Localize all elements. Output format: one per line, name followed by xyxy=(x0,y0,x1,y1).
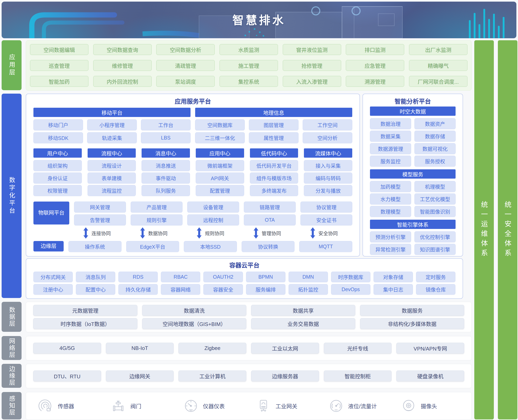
capability-button[interactable]: 机理模型 xyxy=(414,181,456,192)
app-button[interactable]: 空间数据编辑 xyxy=(30,44,88,55)
app-button[interactable]: 出厂水监测 xyxy=(409,44,467,55)
capability-button[interactable]: 智能图像识别 xyxy=(414,206,456,217)
capability-button[interactable]: DevOps xyxy=(331,284,370,295)
capability-button[interactable]: 集中日志 xyxy=(374,284,413,295)
data-button[interactable]: 元数据管理 xyxy=(33,305,137,316)
capability-button[interactable]: 数据采集 xyxy=(370,131,411,142)
capability-button[interactable]: 预测分析引擎 xyxy=(370,231,411,242)
capability-button[interactable]: 服务编排 xyxy=(246,284,285,295)
app-button[interactable]: 水质监测 xyxy=(219,44,278,55)
capability-button[interactable]: 配置管理 xyxy=(196,185,244,196)
capability-button[interactable]: 数据资产 xyxy=(414,118,456,129)
capability-button[interactable]: 分布式网关 xyxy=(33,272,73,282)
capability-button[interactable]: 权限管理 xyxy=(33,185,82,196)
capability-button[interactable]: 容器安全 xyxy=(203,284,243,295)
app-button[interactable]: 溯源管理 xyxy=(346,76,404,87)
capability-button[interactable]: 安全证书 xyxy=(300,214,352,225)
capability-button[interactable]: 工作空间 xyxy=(303,120,352,130)
app-button[interactable]: 泵站调度 xyxy=(156,76,215,87)
capability-button[interactable]: 知识图谱引擎 xyxy=(414,244,456,255)
network-button[interactable]: Zigbee xyxy=(179,343,246,353)
capability-button[interactable]: BPMN xyxy=(246,272,285,282)
data-button[interactable]: 数据清洗 xyxy=(142,305,246,316)
app-button[interactable]: 空间数据分析 xyxy=(156,44,215,55)
capability-button[interactable]: 对象存储 xyxy=(374,272,413,282)
app-button[interactable]: 抢修管理 xyxy=(283,60,341,71)
capability-button[interactable]: 加药模型 xyxy=(370,181,411,192)
capability-button[interactable]: 二三维一体化 xyxy=(195,132,245,143)
capability-button[interactable]: 时序数据库 xyxy=(331,272,370,282)
capability-button[interactable]: 流程监控 xyxy=(88,185,136,196)
data-button[interactable]: 数据服务 xyxy=(360,305,464,316)
capability-button[interactable]: EdgeX平台 xyxy=(126,241,179,252)
capability-button[interactable]: 队列服务 xyxy=(142,185,190,196)
capability-button[interactable]: 注册中心 xyxy=(33,284,73,295)
edge-device-button[interactable]: DTU、RTU xyxy=(33,370,101,381)
capability-button[interactable]: 容器网络 xyxy=(161,284,200,295)
capability-button[interactable]: 事件驱动 xyxy=(142,172,190,183)
capability-button[interactable]: 流程设计 xyxy=(88,160,136,171)
capability-button[interactable]: 图层管理 xyxy=(249,120,299,130)
capability-button[interactable]: 编码与转码 xyxy=(304,172,352,183)
capability-button[interactable]: 规则引擎 xyxy=(131,214,182,225)
data-button[interactable]: 非结构化/多媒体数据 xyxy=(360,318,464,329)
capability-button[interactable]: 数据治理 xyxy=(370,118,411,129)
capability-button[interactable]: 服务监控 xyxy=(370,156,411,166)
edge-device-button[interactable]: 工业计算机 xyxy=(179,370,246,381)
capability-button[interactable]: 镜像仓库 xyxy=(416,284,455,295)
capability-button[interactable]: 空间分析 xyxy=(303,132,352,143)
capability-button[interactable]: 产品管理 xyxy=(131,202,182,212)
data-button[interactable]: 空间地理数据（GIS+BIM） xyxy=(142,318,246,329)
capability-button[interactable]: LBS xyxy=(141,132,190,143)
capability-button[interactable]: 表单建模 xyxy=(88,172,136,183)
capability-button[interactable]: 服务授权 xyxy=(414,156,456,166)
capability-button[interactable]: 多终端发布 xyxy=(250,185,298,196)
capability-button[interactable]: 工作台 xyxy=(141,120,190,130)
capability-button[interactable]: 低代码开发平台 xyxy=(250,160,298,171)
capability-button[interactable]: 空间数据库 xyxy=(195,120,245,130)
capability-button[interactable]: 消息推送 xyxy=(142,160,190,171)
app-button[interactable]: 厂网河联合调度... xyxy=(409,76,467,87)
app-button[interactable]: 集控系统 xyxy=(219,76,278,87)
capability-button[interactable]: 本地SSD xyxy=(184,241,237,252)
capability-button[interactable]: 接入与采集 xyxy=(304,160,352,171)
capability-button[interactable]: 配置中心 xyxy=(76,284,115,295)
capability-button[interactable]: RBAC xyxy=(161,272,200,282)
capability-button[interactable]: API网关 xyxy=(196,172,244,183)
capability-button[interactable]: 设备管理 xyxy=(187,202,239,212)
app-button[interactable]: 精确曝气 xyxy=(409,60,467,71)
capability-button[interactable]: 消息队列 xyxy=(76,272,115,282)
capability-button[interactable]: 持久化存储 xyxy=(118,284,158,295)
app-button[interactable]: 排口监测 xyxy=(346,44,404,55)
network-button[interactable]: 光纤专线 xyxy=(324,343,392,353)
network-button[interactable]: VPN/APN专网 xyxy=(396,343,464,353)
capability-button[interactable]: 远程控制 xyxy=(187,214,239,225)
capability-button[interactable]: 告警管理 xyxy=(74,214,126,225)
app-button[interactable]: 智能加药 xyxy=(30,76,88,87)
capability-button[interactable]: 小程序管理 xyxy=(87,120,137,130)
capability-button[interactable]: 数理模型 xyxy=(370,206,411,217)
app-button[interactable]: 内外回流控制 xyxy=(93,76,152,87)
capability-button[interactable]: 工艺优化模型 xyxy=(414,194,456,204)
capability-button[interactable]: DMN xyxy=(289,272,328,282)
capability-button[interactable]: 网关管理 xyxy=(74,202,126,212)
edge-device-button[interactable]: 边缘服务器 xyxy=(251,370,319,381)
app-button[interactable]: 入流入渗管理 xyxy=(283,76,341,87)
capability-button[interactable]: 异常检测引擎 xyxy=(370,244,411,255)
app-button[interactable]: 窨井液位监测 xyxy=(283,44,341,55)
capability-button[interactable]: 移动门户 xyxy=(33,120,83,130)
network-button[interactable]: 4G/5G xyxy=(33,343,101,353)
capability-button[interactable]: OTA xyxy=(244,214,296,225)
capability-button[interactable]: 组织架构 xyxy=(33,160,82,171)
data-button[interactable]: 业务交易数据 xyxy=(251,318,355,329)
capability-button[interactable]: OAUTH2 xyxy=(203,272,243,282)
capability-button[interactable]: 移动SDK xyxy=(33,132,83,143)
app-button[interactable]: 施工管理 xyxy=(219,60,278,71)
capability-button[interactable]: 拓扑监控 xyxy=(289,284,328,295)
edge-device-button[interactable]: 智能控制柜 xyxy=(324,370,392,381)
capability-button[interactable]: 操作系统 xyxy=(68,241,121,252)
capability-button[interactable]: 协议管理 xyxy=(300,202,352,212)
network-button[interactable]: NB-IoT xyxy=(106,343,174,353)
capability-button[interactable]: 水力模型 xyxy=(370,194,411,204)
edge-device-button[interactable]: 边缘网关 xyxy=(106,370,174,381)
